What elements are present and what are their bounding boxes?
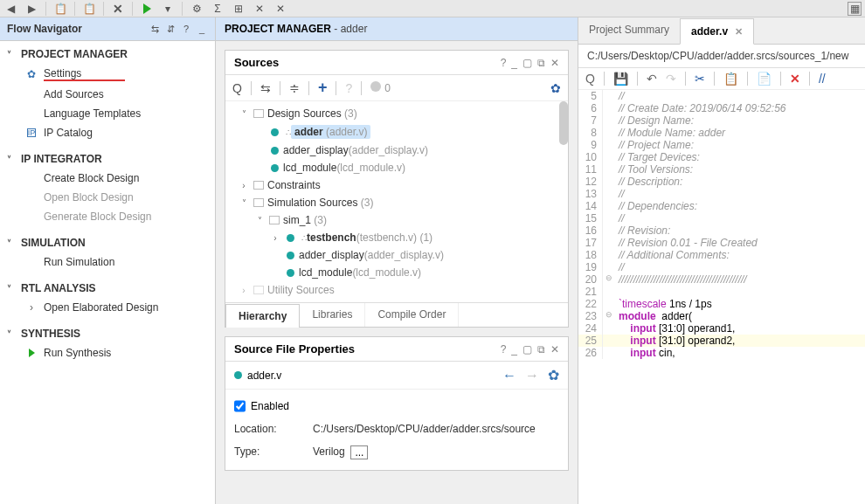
file-path-bar: C:/Users/Desktop/CPU/adder/adder.srcs/so… xyxy=(578,45,865,68)
enabled-checkbox[interactable] xyxy=(234,400,246,412)
expand-icon[interactable]: ≑ xyxy=(289,81,300,95)
help-icon[interactable]: ? xyxy=(501,57,507,69)
tree-item-adder[interactable]: ∴ adder (adder.v) xyxy=(229,122,564,142)
sources-title: Sources xyxy=(234,56,279,69)
sources-tabs: Hierarchy Libraries Compile Order xyxy=(225,302,568,327)
tree-item-sim-adder-display[interactable]: adder_display (adder_display.v) xyxy=(229,246,564,264)
nav-group-ip-integrator[interactable]: ˅IP INTEGRATOR xyxy=(0,149,215,169)
delete-icon[interactable]: ✕ xyxy=(111,2,125,16)
tab-project-summary[interactable]: Project Summary xyxy=(578,17,680,44)
add-icon[interactable]: + xyxy=(318,79,328,97)
search-icon[interactable]: Q xyxy=(232,81,242,95)
undo-icon[interactable]: ↶ xyxy=(647,72,657,86)
code-editor[interactable]: 5//6// Create Date: 2019/06/14 09:52:567… xyxy=(578,90,865,504)
prop-location-label: Location: xyxy=(234,423,313,435)
help-icon[interactable]: ? xyxy=(180,23,192,35)
close-icon[interactable]: ✕ xyxy=(550,57,559,69)
next-icon: → xyxy=(525,368,539,383)
copy2-icon[interactable]: 📋 xyxy=(82,2,96,16)
chart-icon[interactable]: ⊞ xyxy=(232,2,246,16)
prop-location-value: C:/Users/Desktop/CPU/adder/adder.srcs/so… xyxy=(313,423,536,435)
nav-open-elaborated-design[interactable]: ›Open Elaborated Design xyxy=(0,298,215,317)
tab-libraries[interactable]: Libraries xyxy=(300,303,365,327)
nav-group-synthesis[interactable]: ˅SYNTHESIS xyxy=(0,324,215,343)
nav-group-rtl-analysis[interactable]: ˅RTL ANALYSIS xyxy=(0,279,215,298)
project-manager-header: PROJECT MANAGER - adder xyxy=(216,17,578,41)
minimize-icon[interactable]: _ xyxy=(511,57,517,69)
search-icon[interactable]: Q xyxy=(585,72,595,86)
properties-title: Source File Properties xyxy=(234,342,355,356)
collapse-icon[interactable]: ⇆ xyxy=(260,81,271,95)
restore-icon[interactable]: ⧉ xyxy=(537,57,545,69)
comment-icon[interactable]: // xyxy=(819,72,826,86)
save-icon: 💾 xyxy=(613,72,628,86)
sources-toolbar: Q ⇆ ≑ + ? 0 ✿ xyxy=(225,75,568,101)
nav-group-simulation[interactable]: ˅SIMULATION xyxy=(0,233,215,252)
prop-enabled[interactable]: Enabled xyxy=(234,395,559,418)
delete-icon[interactable]: ✕ xyxy=(790,72,800,86)
tree-item-lcd-module[interactable]: lcd_module (lcd_module.v) xyxy=(229,159,564,176)
copy-icon[interactable]: 📋 xyxy=(53,2,67,16)
prop-type-value: Verilog xyxy=(313,445,345,459)
settings-icon[interactable]: ⚙ xyxy=(190,2,204,16)
tree-design-sources[interactable]: ˅ Design Sources (3) xyxy=(229,105,564,122)
type-browse-button[interactable]: ... xyxy=(350,445,368,459)
tree-item-testbench[interactable]: ›∴ testbench (testbench.v) (1) xyxy=(229,229,564,246)
gear-icon[interactable]: ✿ xyxy=(548,368,559,383)
prop-type-label: Type: xyxy=(234,445,313,459)
tab-adder-v[interactable]: adder.v✕ xyxy=(680,18,754,45)
prev-icon[interactable]: ← xyxy=(502,368,516,383)
props-filename: adder.v xyxy=(234,369,281,382)
nav-run-synthesis[interactable]: Run Synthesis xyxy=(0,343,215,362)
pin-icon[interactable]: ✕ xyxy=(273,2,287,16)
tab-hierarchy[interactable]: Hierarchy xyxy=(225,304,300,328)
tree-simulation-sources[interactable]: ˅ Simulation Sources (3) xyxy=(229,194,564,211)
tree-item-adder-display[interactable]: adder_display (adder_display.v) xyxy=(229,142,564,159)
sigma-icon[interactable]: Σ xyxy=(211,2,225,16)
nav-open-block-design[interactable]: Open Block Design xyxy=(0,188,215,207)
paste-icon[interactable]: 📄 xyxy=(757,72,772,86)
back-icon[interactable]: ◀ xyxy=(3,2,17,16)
run-icon[interactable] xyxy=(140,2,154,16)
tab-compile-order[interactable]: Compile Order xyxy=(365,303,459,327)
maximize-icon[interactable]: ▢ xyxy=(522,57,532,69)
nav-run-simulation[interactable]: Run Simulation xyxy=(0,252,215,272)
tree-utility[interactable]: › Utility Sources xyxy=(229,281,564,299)
minimize-icon[interactable]: _ xyxy=(511,343,517,356)
close-tab-icon[interactable]: ✕ xyxy=(735,26,743,37)
editor-toolbar: Q 💾 ↶ ↷ ✂ 📋 📄 ✕ // xyxy=(578,68,865,90)
nav-ip-catalog[interactable]: IPIP Catalog xyxy=(0,123,215,142)
help-icon[interactable]: ? xyxy=(501,343,507,356)
nav-create-block-design[interactable]: Create Block Design xyxy=(0,169,215,188)
flow-navigator-panel: Flow Navigator ⇆ ⇵ ? _ ˅PROJECT MANAGER … xyxy=(0,17,216,504)
close-icon[interactable]: ✕ xyxy=(550,343,559,356)
minimize-icon[interactable]: _ xyxy=(196,23,208,35)
disabled-icon: ? xyxy=(345,81,352,95)
gear-icon[interactable]: ✿ xyxy=(550,81,561,95)
collapse-icon[interactable]: ⇆ xyxy=(149,23,161,35)
expand-icon[interactable]: ⇵ xyxy=(164,23,176,35)
forward-icon[interactable]: ▶ xyxy=(24,2,38,16)
layout-icon[interactable]: ▦ xyxy=(848,2,862,16)
maximize-icon[interactable]: ▢ xyxy=(522,343,532,356)
nav-language-templates[interactable]: Language Templates xyxy=(0,104,215,123)
nav-group-project-manager[interactable]: ˅PROJECT MANAGER xyxy=(0,45,215,64)
editor-panel: Project Summary adder.v✕ C:/Users/Deskto… xyxy=(578,17,865,504)
scrollbar-thumb[interactable] xyxy=(559,101,568,145)
cut-icon[interactable]: ✂ xyxy=(695,72,705,86)
tree-constraints[interactable]: › Constraints xyxy=(229,176,564,194)
dropdown-icon[interactable]: ▾ xyxy=(161,2,175,16)
nav-generate-block-design[interactable]: Generate Block Design xyxy=(0,207,215,226)
restore-icon[interactable]: ⧉ xyxy=(537,343,545,356)
sources-panel: Sources ? _ ▢ ⧉ ✕ Q ⇆ ≑ + ? xyxy=(225,50,569,328)
copy-icon[interactable]: 📋 xyxy=(723,72,738,86)
nav-settings[interactable]: ✿Settings xyxy=(0,64,215,85)
nav-add-sources[interactable]: Add Sources xyxy=(0,85,215,104)
sources-tree: ˅ Design Sources (3) ∴ adder (adder.v) a… xyxy=(225,101,568,302)
flow-navigator-title: Flow Navigator xyxy=(7,23,82,35)
tree-sim-1[interactable]: ˅ sim_1 (3) xyxy=(229,211,564,229)
tool-icon[interactable]: ✕ xyxy=(253,2,266,16)
main-toolbar: ◀ ▶ 📋 📋 ✕ ▾ ⚙ Σ ⊞ ✕ ✕ ▦ xyxy=(0,0,865,17)
source-file-properties-panel: Source File Properties ? _ ▢ ⧉ ✕ adder.v… xyxy=(225,336,569,471)
tree-item-sim-lcd[interactable]: lcd_module (lcd_module.v) xyxy=(229,264,564,281)
